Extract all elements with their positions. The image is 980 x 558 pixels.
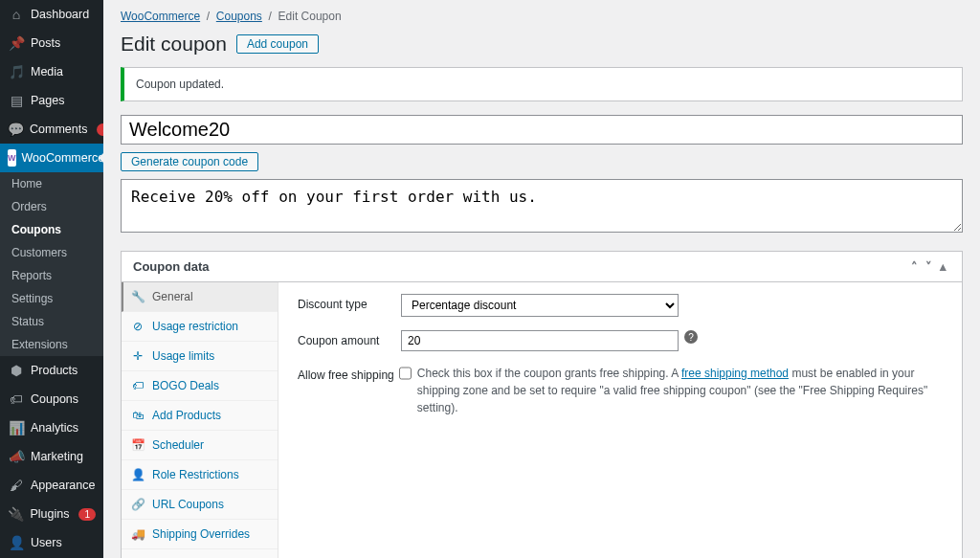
- submenu-reports[interactable]: Reports: [0, 264, 103, 287]
- sidebar-label: Coupons: [31, 392, 78, 406]
- tab-one-click[interactable]: 🔔 One Click Apply Notification: [122, 549, 278, 558]
- postbox-body: 🔧 General ⊘ Usage restriction ✛ Usage li…: [122, 282, 962, 558]
- comment-icon: 💬: [8, 121, 24, 138]
- help-icon[interactable]: ?: [684, 330, 698, 344]
- notice-updated: Coupon updated.: [121, 67, 963, 101]
- media-icon: 🎵: [8, 63, 25, 80]
- sidebar-item-woocommerce[interactable]: W WooCommerce: [0, 144, 103, 172]
- notice-text: Coupon updated.: [136, 78, 224, 91]
- calendar-icon: 📅: [131, 438, 145, 452]
- postbox-header: Coupon data ˄ ˅ ▴: [122, 252, 962, 282]
- discount-type-label: Discount type: [298, 294, 401, 311]
- coupon-amount-input[interactable]: [401, 330, 679, 351]
- sidebar-item-appearance[interactable]: 🖌 Appearance: [0, 471, 103, 500]
- sidebar-label: Products: [31, 364, 78, 377]
- dashboard-icon: ⌂: [8, 6, 25, 23]
- chevron-up-icon[interactable]: ˄: [907, 259, 922, 274]
- chevron-down-icon[interactable]: ˅: [922, 259, 936, 274]
- sidebar-item-comments[interactable]: 💬 Comments 3: [0, 115, 103, 144]
- tab-label: General: [152, 290, 193, 303]
- discount-type-select[interactable]: Percentage discount: [401, 294, 679, 317]
- tab-label: BOGO Deals: [152, 379, 219, 392]
- sidebar-label: Plugins: [30, 507, 69, 521]
- sidebar-label: Analytics: [31, 421, 78, 435]
- brush-icon: 🖌: [8, 477, 25, 494]
- submenu-status[interactable]: Status: [0, 310, 103, 333]
- sidebar-item-dashboard[interactable]: ⌂ Dashboard: [0, 0, 103, 29]
- admin-sidebar: ⌂ Dashboard 📌 Posts 🎵 Media ▤ Pages 💬 Co…: [0, 0, 103, 558]
- heading-row: Edit coupon Add coupon: [121, 33, 963, 56]
- generate-coupon-code-button[interactable]: Generate coupon code: [121, 152, 258, 171]
- coupon-title-input[interactable]: [121, 115, 963, 145]
- submenu-orders[interactable]: Orders: [0, 195, 103, 218]
- bag-icon: 🛍: [131, 409, 145, 422]
- submenu-home[interactable]: Home: [0, 172, 103, 195]
- wrench-icon: 🔧: [131, 290, 145, 303]
- coupons-icon: 🏷: [8, 391, 25, 408]
- add-coupon-button[interactable]: Add coupon: [236, 34, 319, 54]
- submenu-customers[interactable]: Customers: [0, 241, 103, 264]
- breadcrumb-current: Edit Coupon: [278, 10, 342, 23]
- sidebar-item-posts[interactable]: 📌 Posts: [0, 29, 103, 57]
- postbox-title: Coupon data: [133, 259, 209, 274]
- pin-icon: 📌: [8, 34, 25, 52]
- free-shipping-method-link[interactable]: free shipping method: [681, 367, 789, 380]
- tab-label: Scheduler: [152, 438, 204, 452]
- marketing-icon: 📣: [8, 448, 25, 465]
- no-entry-icon: ⊘: [131, 320, 145, 333]
- free-shipping-label: Allow free shipping: [298, 365, 399, 382]
- sidebar-label: Comments: [30, 123, 87, 136]
- tab-label: Role Restrictions: [152, 468, 239, 481]
- tab-usage-restriction[interactable]: ⊘ Usage restriction: [122, 312, 278, 342]
- free-shipping-text: Check this box if the coupon grants free…: [417, 365, 943, 416]
- coupon-data-box: Coupon data ˄ ˅ ▴ 🔧 General ⊘ Usage rest…: [121, 251, 963, 558]
- coupon-description-input[interactable]: Receive 20% off on your first order with…: [121, 179, 963, 233]
- tab-shipping-overrides[interactable]: 🚚 Shipping Overrides: [122, 520, 278, 549]
- caret-up-icon[interactable]: ▴: [936, 259, 950, 274]
- plugin-icon: 🔌: [8, 505, 24, 523]
- breadcrumb-woocommerce[interactable]: WooCommerce: [121, 10, 200, 23]
- sidebar-item-pages[interactable]: ▤ Pages: [0, 86, 103, 115]
- breadcrumb: WooCommerce / Coupons / Edit Coupon: [121, 0, 963, 33]
- sidebar-item-users[interactable]: 👤 Users: [0, 528, 103, 557]
- tab-label: Usage restriction: [152, 320, 238, 333]
- plus-icon: ✛: [131, 349, 145, 363]
- sidebar-item-coupons[interactable]: 🏷 Coupons: [0, 385, 103, 413]
- tag-icon: 🏷: [131, 379, 145, 392]
- woocommerce-submenu: Home Orders Coupons Customers Reports Se…: [0, 172, 103, 356]
- coupon-panel-general: Discount type Percentage discount Coupon…: [278, 282, 962, 558]
- tab-scheduler[interactable]: 📅 Scheduler: [122, 431, 278, 460]
- coupon-amount-label: Coupon amount: [298, 330, 401, 347]
- sidebar-item-media[interactable]: 🎵 Media: [0, 57, 103, 86]
- sidebar-label: Pages: [31, 94, 64, 107]
- sidebar-item-plugins[interactable]: 🔌 Plugins 1: [0, 500, 103, 528]
- submenu-extensions[interactable]: Extensions: [0, 333, 103, 356]
- woocommerce-icon: W: [8, 149, 16, 167]
- submenu-coupons[interactable]: Coupons: [0, 218, 103, 241]
- tab-usage-limits[interactable]: ✛ Usage limits: [122, 342, 278, 371]
- sidebar-label: WooCommerce: [22, 151, 104, 165]
- submenu-settings[interactable]: Settings: [0, 287, 103, 310]
- page-icon: ▤: [8, 92, 25, 109]
- tab-bogo-deals[interactable]: 🏷 BOGO Deals: [122, 371, 278, 401]
- tab-add-products[interactable]: 🛍 Add Products: [122, 401, 278, 431]
- tab-general[interactable]: 🔧 General: [122, 282, 278, 312]
- sidebar-label: Appearance: [31, 479, 95, 492]
- tab-role-restrictions[interactable]: 👤 Role Restrictions: [122, 460, 278, 490]
- sidebar-item-analytics[interactable]: 📊 Analytics: [0, 413, 103, 442]
- sidebar-label: Marketing: [31, 450, 83, 463]
- truck-icon: 🚚: [131, 527, 145, 541]
- plugins-badge: 1: [78, 508, 96, 521]
- sidebar-label: Media: [31, 65, 63, 78]
- sidebar-label: Posts: [31, 36, 60, 50]
- sidebar-item-products[interactable]: ⬢ Products: [0, 356, 103, 385]
- page-title: Edit coupon: [121, 33, 227, 56]
- sidebar-item-marketing[interactable]: 📣 Marketing: [0, 442, 103, 471]
- sidebar-label: Users: [31, 536, 62, 549]
- free-shipping-checkbox[interactable]: [399, 367, 412, 380]
- main-content: WooCommerce / Coupons / Edit Coupon Edit…: [103, 0, 980, 558]
- tab-url-coupons[interactable]: 🔗 URL Coupons: [122, 490, 278, 520]
- link-icon: 🔗: [131, 498, 145, 511]
- user-icon: 👤: [131, 468, 145, 481]
- breadcrumb-coupons[interactable]: Coupons: [216, 10, 262, 23]
